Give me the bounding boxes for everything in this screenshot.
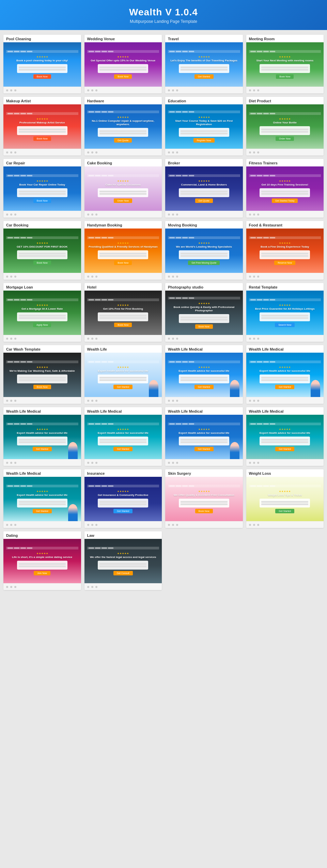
mock-cta-education: Register Now — [193, 138, 215, 143]
mock-form-fitness-trainers — [260, 188, 310, 197]
card-preview-makeup-artist: ★ ★ ★ ★ ★ Professional Makeup Artist Ser… — [3, 104, 81, 149]
page-header: Wealth V 1.0.4 Multipurpose Landing Page… — [0, 0, 327, 30]
mock-hero-insurance: Get Insurance & Community Protective — [98, 494, 148, 497]
template-card-wedding-venue[interactable]: Wedding Venue ★ ★ ★ ★ ★ Get Special Offe… — [84, 35, 162, 93]
mock-form-mortgage-loan — [17, 312, 67, 321]
star-rating: ★ ★ ★ ★ ★ — [198, 302, 210, 305]
mock-cta-fitness-trainers: Get Started Today — [272, 198, 298, 203]
card-label-cake-booking: Cake Booking — [84, 159, 162, 166]
template-card-insurance[interactable]: Insurance ★ ★ ★ ★ ★ Get Insurance & Comm… — [84, 469, 162, 528]
card-label-pool-cleaning: Pool Cleaning — [3, 35, 81, 42]
template-card-hardware[interactable]: Hardware ★ ★ ★ ★ ★ No.1 Online Computer … — [84, 97, 162, 156]
mock-nav-wealth-life-medical-2 — [249, 361, 321, 363]
template-card-wealth-life-medical-2[interactable]: Wealth Life Medical ★ ★ ★ ★ ★ Expert Hea… — [246, 345, 324, 404]
template-card-dating[interactable]: Dating ★ ★ ★ ★ ★ Life is short, it's a s… — [3, 531, 81, 590]
star-rating: ★ ★ ★ ★ ★ — [117, 552, 129, 555]
template-card-diet-product[interactable]: Diet Product ★ ★ ★ ★ ★ Online Your Bottl… — [246, 97, 324, 156]
template-card-travel[interactable]: Travel ★ ★ ★ ★ ★ Let's Enjoy The benefit… — [165, 35, 243, 93]
template-card-moving-booking[interactable]: Moving Booking ★ ★ ★ ★ ★ We are World's … — [165, 221, 243, 280]
template-card-meeting-room[interactable]: Meeting Room ★ ★ ★ ★ ★ Start Your Next M… — [246, 35, 324, 93]
mock-cta-car-repair: Book Now — [33, 198, 51, 203]
preview-inner-wealth-life-medical-2: ★ ★ ★ ★ ★ Expert Health advice for succe… — [246, 353, 324, 397]
mock-hero-wealth-life-medical-7: Expert Health advice for successful life — [17, 494, 67, 497]
template-card-mortgage-loan[interactable]: Mortgage Loan ★ ★ ★ ★ ★ Get a Mortgage A… — [3, 283, 81, 342]
template-card-photography-studio[interactable]: Photography studio ★ ★ ★ ★ ★ Book online… — [165, 283, 243, 342]
star-rating: ★ ★ ★ ★ ★ — [279, 242, 291, 245]
template-card-makeup-artist[interactable]: Makeup Artist ★ ★ ★ ★ ★ Professional Mak… — [3, 97, 81, 156]
card-preview-car-repair: ★ ★ ★ ★ ★ Book Your Car Repair Online To… — [3, 166, 81, 211]
template-card-wealth-life-medical[interactable]: Wealth Life Medical ★ ★ ★ ★ ★ Expert Hea… — [165, 345, 243, 404]
template-card-food-restaurant[interactable]: Food & Restaurant ★ ★ ★ ★ ★ Book a Fine … — [246, 221, 324, 280]
template-card-fitness-trainers[interactable]: Fitness Trainers ★ ★ ★ ★ ★ Get 10 days F… — [246, 159, 324, 218]
template-card-broker[interactable]: Broker ★ ★ ★ ★ ★ Commercial, Land & Home… — [165, 159, 243, 218]
template-card-wealth-life-medical-3[interactable]: Wealth Life Medical ★ ★ ★ ★ ★ Expert Hea… — [3, 407, 81, 466]
mock-cta-dating: Join Now — [34, 571, 50, 575]
template-card-car-booking[interactable]: Car Booking ★ ★ ★ ★ ★ GET 10% DISCOUNT F… — [3, 221, 81, 280]
card-preview-hotel: ★ ★ ★ ★ ★ Get 10% Free for First Booking… — [84, 291, 162, 335]
star-rating: ★ ★ ★ ★ ★ — [117, 428, 129, 431]
template-card-cake-booking[interactable]: Cake Booking ★ ★ ★ ★ ★ Cake for special … — [84, 159, 162, 218]
mock-cta-food-restaurant: Reserve Now — [274, 261, 295, 265]
template-card-education[interactable]: Education ★ ★ ★ ★ ★ Start Your Course To… — [165, 97, 243, 156]
template-card-wealth-life-medical-7[interactable]: Wealth Life Medical ★ ★ ★ ★ ★ Expert Hea… — [3, 469, 81, 528]
mock-form-rental-template — [260, 312, 310, 321]
card-label-skin-surgery: Skin Surgery — [165, 469, 243, 477]
mock-hero-weight-loss: Weight Loss Tips & Tricks — [268, 494, 302, 497]
card-label-weight-loss: Weight Loss — [246, 469, 324, 477]
card-bottom-bar-cake-booking — [84, 211, 162, 218]
card-bottom-bar-fitness-trainers — [246, 211, 324, 218]
preview-inner-wedding-venue: ★ ★ ★ ★ ★ Get Special Offer upto 15% In … — [84, 42, 162, 87]
preview-inner-diet-product: ★ ★ ★ ★ ★ Online Your Bottle Order Now — [246, 104, 324, 149]
template-card-rental-template[interactable]: Rental Template ★ ★ ★ ★ ★ Best Price Gua… — [246, 283, 324, 342]
card-preview-wealth-life-medical-5: ★ ★ ★ ★ ★ Expert Health advice for succe… — [165, 415, 243, 459]
preview-inner-rental-template: ★ ★ ★ ★ ★ Best Price Guarantee for All H… — [246, 291, 324, 335]
star-rating: ★ ★ ★ ★ ★ — [198, 242, 210, 245]
mock-form-wealth-life — [98, 374, 148, 383]
card-bottom-bar-car-repair — [3, 211, 81, 218]
mock-form-weight-loss — [260, 499, 310, 507]
template-card-pool-cleaning[interactable]: Pool Cleaning ★ ★ ★ ★ ★ Book a pool clea… — [3, 35, 81, 93]
mock-cta-insurance: Get Started — [113, 509, 133, 513]
preview-inner-moving-booking: ★ ★ ★ ★ ★ We are World's Leading Moving … — [165, 229, 243, 273]
mock-nav-hotel — [87, 298, 159, 301]
mock-cta-wealth-life-medical: Get Started — [194, 385, 214, 389]
template-card-car-wash[interactable]: Car Wash Template ★ ★ ★ ★ ★ We're Making… — [3, 345, 81, 404]
star-rating: ★ ★ ★ ★ ★ — [198, 116, 210, 119]
mock-cta-wealth-life-medical-2: Get Started — [275, 385, 294, 389]
template-card-wealth-life-medical-6[interactable]: Wealth Life Medical ★ ★ ★ ★ ★ Expert Hea… — [246, 407, 324, 466]
star-rating: ★ ★ ★ ★ ★ — [36, 242, 48, 245]
card-label-makeup-artist: Makeup Artist — [3, 97, 81, 104]
card-bottom-bar-mortgage-loan — [3, 335, 81, 342]
mock-nav-travel — [168, 50, 240, 53]
template-card-law[interactable]: Law ★ ★ ★ ★ ★ We offer the fastest legal… — [84, 531, 162, 590]
star-rating: ★ ★ ★ ★ ★ — [279, 56, 291, 58]
star-rating: ★ ★ ★ ★ ★ — [117, 180, 129, 182]
template-card-wealth-life-medical-5[interactable]: Wealth Life Medical ★ ★ ★ ★ ★ Expert Hea… — [165, 407, 243, 466]
mock-cta-moving-booking: Get Free Moving Quote — [188, 261, 220, 265]
card-bottom-bar-handyman-booking — [84, 273, 162, 280]
template-card-handyman-booking[interactable]: Handyman Booking ★ ★ ★ ★ ★ Providing Qua… — [84, 221, 162, 280]
card-preview-diet-product: ★ ★ ★ ★ ★ Online Your Bottle Order Now — [246, 104, 324, 149]
star-rating: ★ ★ ★ ★ ★ — [117, 56, 129, 58]
mock-hero-hotel: Get 10% Free for First Booking — [103, 307, 143, 311]
template-card-hotel[interactable]: Hotel ★ ★ ★ ★ ★ Get 10% Free for First B… — [84, 283, 162, 342]
template-card-wealth-life-medical-4[interactable]: Wealth Life Medical ★ ★ ★ ★ ★ Expert Hea… — [84, 407, 162, 466]
card-bottom-bar-moving-booking — [165, 273, 243, 280]
mock-nav-weight-loss — [249, 485, 321, 487]
card-preview-broker: ★ ★ ★ ★ ★ Commercial, Land & Home Broker… — [165, 166, 243, 211]
mock-nav-pool-cleaning — [6, 50, 78, 53]
preview-inner-wealth-life: ★ ★ ★ ★ ★ Expert health advice for succe… — [84, 353, 162, 397]
template-card-wealth-life[interactable]: Wealth Life ★ ★ ★ ★ ★ Expert health advi… — [84, 345, 162, 404]
mock-nav-car-wash — [6, 361, 78, 363]
template-card-car-repair[interactable]: Car Repair ★ ★ ★ ★ ★ Book Your Car Repai… — [3, 159, 81, 218]
mock-form-meeting-room — [260, 64, 310, 73]
card-label-car-wash: Car Wash Template — [3, 345, 81, 353]
card-label-wealth-life-medical-7: Wealth Life Medical — [3, 469, 81, 477]
card-label-wealth-life-medical: Wealth Life Medical — [165, 345, 243, 353]
star-rating: ★ ★ ★ ★ ★ — [198, 428, 210, 431]
mock-cta-wealth-life-medical-7: Get Started — [33, 509, 52, 513]
card-label-wealth-life-medical-6: Wealth Life Medical — [246, 407, 324, 415]
template-card-weight-loss[interactable]: Weight Loss ★ ★ ★ ★ ★ Weight Loss Tips &… — [246, 469, 324, 528]
template-card-skin-surgery[interactable]: Skin Surgery ★ ★ ★ ★ ★ We Offer Quality … — [165, 469, 243, 528]
card-bottom-bar-wealth-life-medical-6 — [246, 459, 324, 466]
